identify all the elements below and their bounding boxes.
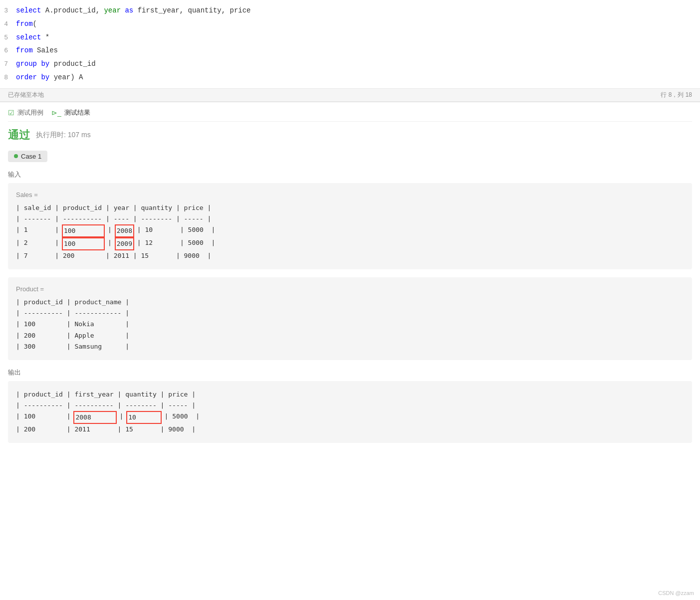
sales-data-table: | sale_id | product_id | year | quantity…	[16, 202, 684, 261]
line-number: 3	[0, 6, 16, 16]
input-label: 输入	[8, 170, 692, 179]
code-line: 5 select *	[0, 31, 700, 44]
table-row: | product_id | first_year | quantity | p…	[16, 389, 684, 400]
code-line: 4from(	[0, 17, 700, 31]
output-table-box: | product_id | first_year | quantity | p…	[8, 381, 692, 443]
tab-test-result-label: 测试结果	[64, 108, 90, 117]
code-line: 3select A.product_id, year as first_year…	[0, 4, 700, 17]
table-row: | ------- | ---------- | ---- | --------…	[16, 213, 684, 224]
sales-table-box: Sales = | sale_id | product_id | year | …	[8, 183, 692, 269]
check-icon: ☑	[8, 109, 14, 117]
sales-table-name: Sales =	[16, 191, 684, 199]
line-number: 4	[0, 19, 16, 30]
pass-label: 通过	[8, 128, 30, 143]
product-table-box: Product = | product_id | product_name ||…	[8, 277, 692, 360]
code-content: order by year) A	[16, 72, 700, 83]
line-number: 7	[0, 59, 16, 70]
case-label: Case 1	[21, 153, 41, 160]
table-row: | 200 | 2011 | 15 | 9000 |	[16, 424, 684, 435]
line-number: 6	[0, 46, 16, 56]
product-table-name: Product =	[16, 285, 684, 293]
code-content: select *	[16, 32, 700, 43]
exec-time: 执行用时: 107 ms	[36, 131, 91, 140]
status-saved: 已存储至本地	[8, 91, 44, 99]
table-row: | 300 | Samsung |	[16, 341, 684, 352]
tab-test-result[interactable]: ⊳_ 测试结果	[51, 108, 90, 117]
table-row: | 100 | 2008 | 10 | 5000 |	[16, 411, 684, 424]
tab-bar: ☑ 测试用例⊳_ 测试结果	[8, 102, 692, 122]
table-row: | sale_id | product_id | year | quantity…	[16, 202, 684, 213]
status-bar: 已存储至本地 行 8，列 18	[0, 88, 700, 102]
code-line: 6 from Sales	[0, 44, 700, 57]
code-editor: 3select A.product_id, year as first_year…	[0, 0, 700, 102]
table-row: | 7 | 200 | 2011 | 15 | 9000 |	[16, 250, 684, 261]
table-row: | 1 | 100 | 2008 | 10 | 5000 |	[16, 224, 684, 237]
status-position: 行 8，列 18	[661, 91, 692, 99]
arrow-icon: ⊳_	[51, 109, 61, 117]
code-content: group by product_id	[16, 58, 700, 69]
code-line: 8 order by year) A	[0, 71, 700, 84]
case-dot	[14, 154, 18, 158]
table-row: | product_id | product_name |	[16, 297, 684, 308]
table-row: | 200 | Apple |	[16, 330, 684, 341]
table-row: | 100 | Nokia |	[16, 319, 684, 330]
test-section: ☑ 测试用例⊳_ 测试结果 通过 执行用时: 107 ms Case 1 输入 …	[0, 102, 700, 443]
table-row: | ---------- | ---------- | -------- | -…	[16, 400, 684, 411]
line-number: 8	[0, 73, 16, 83]
code-content: from(	[16, 18, 700, 29]
tab-test-case[interactable]: ☑ 测试用例	[8, 108, 43, 117]
table-row: | 2 | 100 | 2009 | 12 | 5000 |	[16, 237, 684, 250]
output-data-table: | product_id | first_year | quantity | p…	[16, 389, 684, 435]
case-badge[interactable]: Case 1	[8, 151, 47, 162]
code-content: from Sales	[16, 45, 700, 56]
code-content: select A.product_id, year as first_year,…	[16, 5, 700, 16]
output-label: 输出	[8, 368, 692, 377]
line-number: 5	[0, 33, 16, 43]
tab-test-case-label: 测试用例	[17, 108, 43, 117]
code-line: 7 group by product_id	[0, 57, 700, 71]
product-data-table: | product_id | product_name || ---------…	[16, 297, 684, 352]
table-row: | ---------- | ------------ |	[16, 308, 684, 319]
pass-row: 通过 执行用时: 107 ms	[8, 128, 692, 143]
